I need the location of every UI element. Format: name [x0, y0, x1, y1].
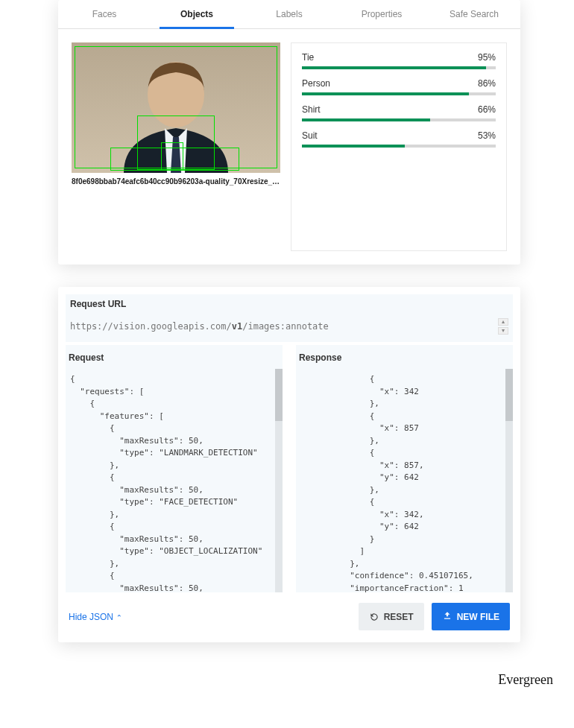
- detection-row: Suit53%: [302, 130, 496, 148]
- confidence-bar: [302, 145, 496, 148]
- detection-label: Shirt: [302, 104, 321, 115]
- tab-faces[interactable]: Faces: [58, 0, 151, 28]
- results-card: Faces Objects Labels Properties Safe Sea…: [58, 0, 520, 265]
- detection-row: Shirt66%: [302, 104, 496, 121]
- filename: 8f0e698bbab74eafc6b40cc90b96203a-quality…: [72, 173, 280, 186]
- bounding-box: [110, 148, 239, 171]
- detection-label: Tie: [302, 52, 314, 63]
- hide-json-link[interactable]: Hide JSON⌄: [69, 612, 122, 622]
- request-label: Request: [66, 345, 283, 369]
- tab-safe-search[interactable]: Safe Search: [428, 0, 520, 28]
- tab-properties[interactable]: Properties: [335, 0, 428, 28]
- request-url-label: Request URL: [66, 294, 513, 315]
- confidence-bar: [302, 118, 496, 121]
- reload-icon: [369, 612, 379, 622]
- response-label: Response: [296, 345, 513, 369]
- stepper-up-icon[interactable]: ▴: [498, 318, 508, 326]
- detection-image: [72, 42, 280, 173]
- detection-label: Suit: [302, 130, 318, 141]
- detection-pct: 53%: [478, 130, 496, 141]
- detection-label: Person: [302, 78, 330, 89]
- response-json[interactable]: { "x": 342 }, { "x": 857 }, { "x": 857, …: [296, 369, 513, 592]
- scrollbar-thumb[interactable]: [505, 369, 513, 421]
- detection-row: Person86%: [302, 78, 496, 95]
- detection-pct: 66%: [478, 104, 496, 115]
- request-url: https://vision.googleapis.com/v1/images:…: [70, 321, 498, 332]
- upload-icon: [442, 610, 452, 623]
- detection-pct: 86%: [478, 78, 496, 89]
- detections-panel: Tie95%Person86%Shirt66%Suit53%: [291, 42, 507, 251]
- new-file-button[interactable]: NEW FILE: [432, 603, 510, 630]
- tabs: Faces Objects Labels Properties Safe Sea…: [58, 0, 520, 29]
- stepper-down-icon[interactable]: ▾: [498, 327, 508, 335]
- brand-logo: Evergreen: [0, 672, 574, 703]
- chevron-up-icon: ⌄: [116, 613, 122, 621]
- json-card: Request URL https://vision.googleapis.co…: [58, 287, 520, 642]
- reset-button[interactable]: RESET: [359, 603, 424, 630]
- request-json[interactable]: { "requests": [ { "features": [ { "maxRe…: [66, 369, 283, 592]
- scrollbar-thumb[interactable]: [275, 369, 283, 421]
- tab-objects[interactable]: Objects: [151, 0, 243, 28]
- url-stepper[interactable]: ▴ ▾: [498, 318, 508, 335]
- confidence-bar: [302, 66, 496, 69]
- confidence-bar: [302, 92, 496, 95]
- detection-row: Tie95%: [302, 52, 496, 69]
- tab-labels[interactable]: Labels: [243, 0, 335, 28]
- detection-pct: 95%: [478, 52, 496, 63]
